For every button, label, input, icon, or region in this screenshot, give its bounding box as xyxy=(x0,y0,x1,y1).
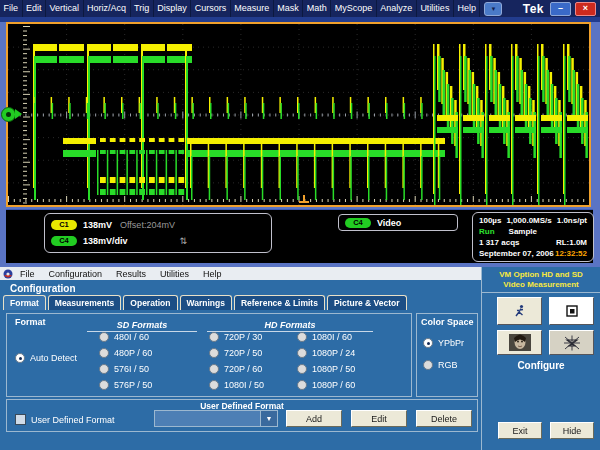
scope-menu-math[interactable]: Math xyxy=(303,0,331,17)
tab-picture-vector[interactable]: Picture & Vector xyxy=(327,295,407,310)
scope-menu-trig[interactable]: Trig xyxy=(131,0,154,17)
channel-readout-box[interactable]: C1 138mV Offset:204mV C4 138mV/div ⇅ xyxy=(44,213,272,253)
stop-measurement-button[interactable] xyxy=(549,297,594,325)
configure-label: Configure xyxy=(482,360,600,371)
radio-icon xyxy=(99,332,109,342)
waveform-display[interactable] xyxy=(8,24,589,205)
acquisition-info-box[interactable]: 100µs 1,000.0MS/s 1.0ns/pt Run Sample 1 … xyxy=(472,212,594,262)
radio-576i-50[interactable]: 576I / 50 xyxy=(99,364,149,374)
scope-menu-measure[interactable]: Measure xyxy=(231,0,274,17)
radio-icon xyxy=(423,360,433,370)
ch4-readout-row: C4 138mV/div ⇅ xyxy=(51,233,265,249)
udf-format-dropdown[interactable]: ▼ xyxy=(154,410,278,427)
waveform-display-frame xyxy=(6,22,591,207)
radio-1080p-60[interactable]: 1080P / 60 xyxy=(297,380,355,390)
vector-display-button[interactable] xyxy=(549,330,594,355)
add-button[interactable]: Add xyxy=(286,410,342,427)
scope-menu-horiz-acq[interactable]: Horiz/Acq xyxy=(84,0,131,17)
radio-icon xyxy=(297,332,307,342)
radio-label: 1080P / 24 xyxy=(312,348,355,358)
time-per-div: 100µs xyxy=(479,216,501,226)
vm-menubar: File Configuration Results Utilities Hel… xyxy=(0,267,481,280)
tab-reference-limits[interactable]: Reference & Limits xyxy=(234,295,325,310)
radio-1080p-50[interactable]: 1080P / 50 xyxy=(297,364,355,374)
trigger-type: Video xyxy=(377,218,401,228)
radio-720p-60[interactable]: 720P / 60 xyxy=(209,364,262,374)
acq-mode: Sample xyxy=(509,227,537,237)
scope-menu-vertical[interactable]: Vertical xyxy=(46,0,84,17)
ch1-scale: 138mV xyxy=(83,220,112,230)
radio-rgb[interactable]: RGB xyxy=(423,360,458,370)
scope-menu-mask[interactable]: Mask xyxy=(274,0,304,17)
checkbox-icon[interactable] xyxy=(15,414,26,425)
radio-label: 576I / 50 xyxy=(114,364,149,374)
radio-icon xyxy=(209,348,219,358)
page-title: Configuration xyxy=(10,283,76,294)
acq-count: 1 317 acqs xyxy=(479,238,519,248)
edit-button[interactable]: Edit xyxy=(351,410,407,427)
scope-menu-cursors[interactable]: Cursors xyxy=(191,0,231,17)
scope-menu-analyze[interactable]: Analyze xyxy=(377,0,417,17)
radio-label: Auto Detect xyxy=(30,353,77,363)
radio-label: YPbPr xyxy=(438,338,464,348)
color-space-group: Color Space YPbPr RGB xyxy=(416,313,478,397)
ch4-scale: 138mV/div xyxy=(83,236,128,246)
radio-480p-60[interactable]: 480P / 60 xyxy=(99,348,152,358)
sd-formats-header: SD Formats xyxy=(87,320,197,332)
scope-menu-utilities[interactable]: Utilities xyxy=(417,0,454,17)
scope-menu-file[interactable]: File xyxy=(0,0,23,17)
radio-720p-50[interactable]: 720P / 50 xyxy=(209,348,262,358)
radio-icon xyxy=(15,353,25,363)
vm-menu-configuration[interactable]: Configuration xyxy=(42,269,110,279)
vm-menu-utilities[interactable]: Utilities xyxy=(153,269,196,279)
panel-title-line2: Video Measurement xyxy=(482,280,600,290)
tab-warnings[interactable]: Warnings xyxy=(180,295,232,310)
hide-button[interactable]: Hide xyxy=(550,422,594,439)
minimize-button[interactable]: – xyxy=(550,2,571,16)
tab-operation[interactable]: Operation xyxy=(123,295,177,310)
close-button[interactable]: × xyxy=(575,2,596,16)
resolution: 1.0ns/pt xyxy=(557,216,587,226)
radio-480i-60[interactable]: 480I / 60 xyxy=(99,332,149,342)
trigger-readout-box[interactable]: C4 Video xyxy=(338,214,458,231)
radio-icon xyxy=(99,364,109,374)
scope-menu-edit[interactable]: Edit xyxy=(23,0,47,17)
vm-menu-results[interactable]: Results xyxy=(109,269,153,279)
radio-720p-30[interactable]: 720P / 30 xyxy=(209,332,262,342)
oscilloscope-window: File Edit Vertical Horiz/Acq Trig Displa… xyxy=(0,0,600,267)
radio-1080i-60[interactable]: 1080I / 60 xyxy=(297,332,352,342)
radio-icon xyxy=(423,338,433,348)
delete-button[interactable]: Delete xyxy=(416,410,472,427)
acq-state: Run xyxy=(479,227,495,237)
picture-display-button[interactable] xyxy=(497,330,542,355)
vm-menu-file[interactable]: File xyxy=(13,269,42,279)
chevron-down-icon[interactable]: ▼ xyxy=(260,411,277,426)
panel-title: VM Option HD and SD Video Measurement xyxy=(482,270,600,290)
pointer-cursor-icon: ⇅ xyxy=(180,236,188,246)
radio-576p-50[interactable]: 576P / 50 xyxy=(99,380,152,390)
scope-menu-display[interactable]: Display xyxy=(154,0,192,17)
ch1-offset: Offset:204mV xyxy=(120,220,175,230)
radio-label: 480I / 60 xyxy=(114,332,149,342)
acqs-row: 1 317 acqs RL:1.0M xyxy=(479,238,587,248)
channel4-position-marker[interactable] xyxy=(1,107,16,122)
tab-format[interactable]: Format xyxy=(3,295,46,310)
run-measurement-button[interactable] xyxy=(497,297,542,325)
radio-ypbpr[interactable]: YPbPr xyxy=(423,338,464,348)
radio-icon xyxy=(209,332,219,342)
scope-menu-help[interactable]: Help xyxy=(454,0,481,17)
radio-1080i-50[interactable]: 1080I / 50 xyxy=(209,380,264,390)
radio-label: 720P / 50 xyxy=(224,348,262,358)
vm-menu-help[interactable]: Help xyxy=(196,269,229,279)
radio-auto-detect[interactable]: Auto Detect xyxy=(15,353,77,363)
udf-checkbox-row[interactable]: User Defined Format xyxy=(15,414,115,425)
running-man-icon xyxy=(513,304,527,318)
radio-1080p-24[interactable]: 1080P / 24 xyxy=(297,348,355,358)
radio-label: 1080P / 60 xyxy=(312,380,355,390)
tab-measurements[interactable]: Measurements xyxy=(48,295,122,310)
menu-expand-button[interactable]: ▼ xyxy=(484,2,502,16)
exit-button[interactable]: Exit xyxy=(498,422,542,439)
chevron-down-icon: ▼ xyxy=(490,6,496,12)
radio-icon xyxy=(99,348,109,358)
scope-menu-myscope[interactable]: MyScope xyxy=(331,0,377,17)
